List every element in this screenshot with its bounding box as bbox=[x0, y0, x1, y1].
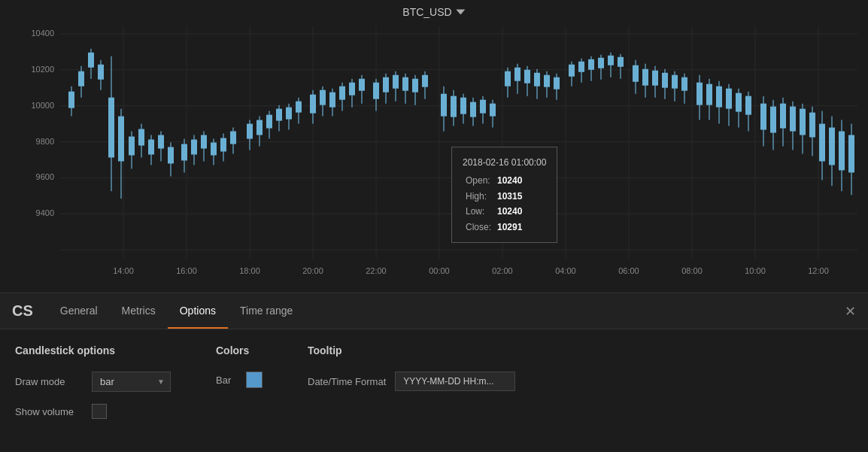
svg-text:14:00: 14:00 bbox=[113, 266, 133, 275]
svg-rect-41 bbox=[78, 71, 84, 86]
svg-rect-53 bbox=[138, 129, 144, 146]
svg-rect-147 bbox=[642, 69, 648, 86]
tooltip-high-value: 10315 bbox=[494, 189, 525, 204]
svg-text:12:00: 12:00 bbox=[808, 266, 828, 275]
candlestick-options-section: Candlestick options Draw mode bar candle… bbox=[15, 344, 171, 437]
svg-text:10:00: 10:00 bbox=[745, 266, 765, 275]
svg-rect-85 bbox=[310, 95, 316, 114]
svg-rect-69 bbox=[220, 138, 226, 152]
bar-color-label: Bar bbox=[216, 375, 238, 386]
svg-text:08:00: 08:00 bbox=[681, 266, 702, 275]
svg-rect-65 bbox=[201, 135, 207, 149]
show-volume-row: Show volume bbox=[15, 404, 171, 419]
draw-mode-select-wrapper: bar candlestick line ▼ bbox=[92, 372, 171, 392]
tooltip-date: 2018-02-16 01:00:00 bbox=[463, 155, 546, 170]
svg-rect-161 bbox=[716, 86, 722, 108]
tab-options[interactable]: Options bbox=[168, 293, 228, 329]
svg-rect-59 bbox=[168, 147, 174, 163]
svg-rect-175 bbox=[790, 107, 796, 132]
tooltip-close-label: Close: bbox=[463, 220, 494, 235]
svg-text:18:00: 18:00 bbox=[239, 266, 259, 275]
svg-rect-111 bbox=[451, 96, 457, 117]
svg-rect-163 bbox=[726, 89, 732, 109]
svg-rect-43 bbox=[88, 53, 94, 68]
draw-mode-select[interactable]: bar candlestick line bbox=[92, 372, 171, 392]
svg-rect-139 bbox=[598, 58, 604, 68]
draw-mode-row: Draw mode bar candlestick line ▼ bbox=[15, 372, 171, 392]
bar-color-swatch[interactable] bbox=[246, 372, 263, 388]
svg-rect-61 bbox=[181, 144, 187, 161]
candlestick-options-title: Candlestick options bbox=[15, 344, 171, 356]
svg-rect-83 bbox=[296, 102, 302, 113]
svg-rect-145 bbox=[633, 65, 639, 82]
svg-rect-75 bbox=[256, 120, 263, 135]
svg-rect-77 bbox=[266, 115, 272, 129]
svg-text:16:00: 16:00 bbox=[176, 266, 196, 275]
svg-rect-113 bbox=[460, 98, 466, 114]
svg-text:06:00: 06:00 bbox=[618, 266, 639, 275]
svg-text:9800: 9800 bbox=[36, 137, 54, 146]
svg-text:10400: 10400 bbox=[31, 29, 54, 38]
svg-rect-137 bbox=[588, 59, 594, 70]
svg-rect-179 bbox=[809, 113, 815, 138]
tab-metrics[interactable]: Metrics bbox=[110, 293, 168, 329]
svg-rect-173 bbox=[780, 104, 786, 129]
tab-time-range[interactable]: Time range bbox=[228, 293, 305, 329]
svg-rect-187 bbox=[848, 135, 854, 173]
svg-text:02:00: 02:00 bbox=[492, 266, 512, 275]
tooltip-high-label: High: bbox=[463, 189, 494, 204]
datetime-format-label: Date/Time Format bbox=[308, 376, 386, 387]
svg-rect-121 bbox=[505, 71, 511, 86]
show-volume-label: Show volume bbox=[15, 406, 83, 417]
svg-text:22:00: 22:00 bbox=[366, 266, 386, 275]
svg-rect-87 bbox=[320, 90, 326, 105]
chart-symbol-label: BTC_USD bbox=[402, 6, 451, 18]
svg-rect-103 bbox=[402, 77, 408, 91]
svg-text:9600: 9600 bbox=[36, 172, 54, 181]
tooltip-section-title: Tooltip bbox=[308, 344, 515, 356]
svg-rect-71 bbox=[230, 132, 236, 144]
svg-rect-159 bbox=[706, 84, 712, 105]
svg-marker-0 bbox=[457, 9, 466, 14]
svg-rect-151 bbox=[662, 73, 668, 88]
svg-text:00:00: 00:00 bbox=[429, 266, 449, 275]
svg-rect-55 bbox=[148, 140, 154, 155]
close-button[interactable]: ✕ bbox=[845, 305, 856, 318]
dropdown-icon bbox=[457, 8, 466, 17]
svg-text:9400: 9400 bbox=[36, 208, 54, 217]
svg-rect-47 bbox=[108, 98, 114, 158]
svg-rect-153 bbox=[672, 75, 678, 89]
show-volume-checkbox[interactable] bbox=[92, 404, 107, 419]
svg-rect-39 bbox=[68, 92, 74, 108]
tooltip-close-value: 10291 bbox=[494, 220, 525, 235]
svg-text:10000: 10000 bbox=[31, 101, 54, 110]
bar-color-row: Bar bbox=[216, 372, 263, 388]
svg-rect-123 bbox=[514, 68, 520, 81]
draw-mode-label: Draw mode bbox=[15, 376, 83, 387]
svg-rect-117 bbox=[480, 100, 486, 114]
svg-rect-63 bbox=[191, 140, 197, 155]
svg-text:04:00: 04:00 bbox=[555, 266, 575, 275]
svg-rect-81 bbox=[286, 108, 292, 120]
svg-rect-45 bbox=[98, 65, 104, 80]
svg-rect-127 bbox=[534, 73, 540, 86]
svg-rect-171 bbox=[770, 107, 776, 133]
svg-rect-95 bbox=[359, 79, 365, 91]
svg-rect-135 bbox=[578, 62, 584, 72]
chart-title[interactable]: BTC_USD bbox=[402, 6, 465, 18]
svg-rect-73 bbox=[247, 124, 253, 139]
tooltip-open-label: Open: bbox=[463, 173, 494, 188]
svg-rect-181 bbox=[819, 124, 825, 162]
tab-general[interactable]: General bbox=[48, 293, 110, 329]
svg-rect-131 bbox=[554, 77, 560, 89]
svg-rect-97 bbox=[373, 83, 379, 99]
chart-type-label: CS bbox=[12, 302, 33, 320]
tooltip-section: Tooltip Date/Time Format bbox=[308, 344, 515, 437]
datetime-format-input[interactable] bbox=[395, 372, 515, 391]
colors-section: Colors Bar bbox=[216, 344, 263, 437]
svg-rect-183 bbox=[829, 128, 835, 165]
chart-container: BTC_USD 10400 10200 10000 9800 9600 bbox=[0, 0, 868, 293]
svg-rect-49 bbox=[118, 117, 124, 162]
tooltip-low-label: Low: bbox=[463, 204, 494, 219]
svg-rect-185 bbox=[839, 132, 845, 171]
